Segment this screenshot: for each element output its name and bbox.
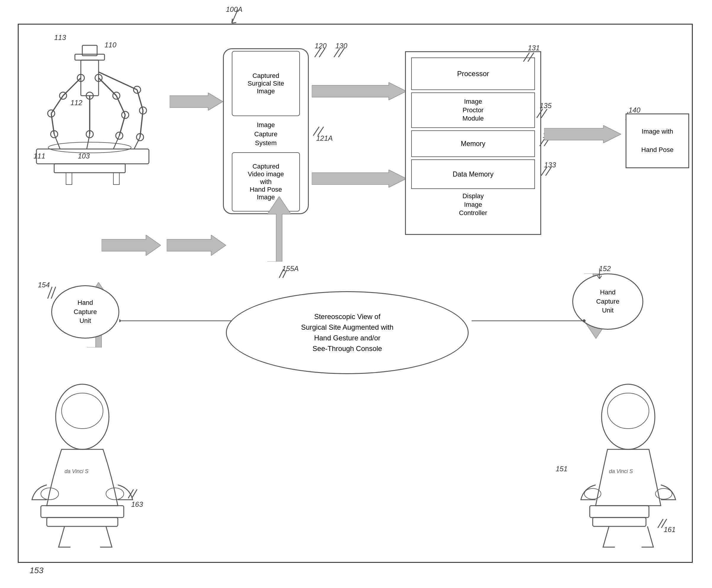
svg-point-80 bbox=[602, 384, 655, 449]
ref-110: 110 bbox=[105, 41, 116, 49]
svg-text:da Vinci S: da Vinci S bbox=[65, 468, 88, 474]
arrow-processor-to-output bbox=[544, 125, 621, 143]
ref-113: 113 bbox=[54, 34, 66, 42]
ref-131: 131 bbox=[528, 44, 540, 52]
arrow-right-bottom1 bbox=[102, 235, 161, 256]
svg-point-92 bbox=[583, 319, 586, 322]
ref-112: 112 bbox=[70, 99, 82, 107]
svg-rect-73 bbox=[41, 506, 124, 518]
hash-161-icon bbox=[655, 518, 670, 529]
svg-marker-38 bbox=[170, 93, 223, 110]
svg-rect-7 bbox=[81, 60, 99, 96]
svg-rect-36 bbox=[66, 173, 72, 185]
display-controller-label: Display Image Controller bbox=[406, 192, 540, 217]
svg-rect-37 bbox=[113, 173, 119, 185]
svg-text:da Vinci S: da Vinci S bbox=[609, 468, 633, 474]
stereoscopic-ellipse: Stereoscopic View of Surgical Site Augme… bbox=[226, 291, 469, 374]
arrow-right-bottom2 bbox=[167, 235, 226, 256]
image-capture-box: Captured Surgical Site Image Image Captu… bbox=[223, 48, 309, 214]
svg-rect-82 bbox=[590, 506, 649, 518]
svg-line-1 bbox=[232, 22, 236, 23]
arrow-capture-to-processor-mid bbox=[312, 170, 407, 188]
image-proctor-box: Image Proctor Module bbox=[411, 92, 535, 128]
captured-surgical-title: Captured Surgical Site Image bbox=[247, 72, 284, 95]
svg-point-4 bbox=[48, 142, 131, 153]
arrow-capture-to-processor-top bbox=[312, 82, 407, 100]
hash-131-icon bbox=[520, 51, 537, 63]
svg-marker-59 bbox=[267, 196, 291, 261]
svg-line-2 bbox=[232, 19, 232, 23]
robot-illustration bbox=[25, 37, 170, 190]
svg-point-72 bbox=[62, 393, 103, 428]
ref-151: 151 bbox=[556, 465, 567, 473]
surgeon-left-illustration: da Vinci S bbox=[23, 381, 156, 553]
hash-133-icon bbox=[538, 165, 555, 177]
hand-capture-unit-left: Hand Capture Unit bbox=[51, 285, 119, 339]
svg-rect-35 bbox=[54, 164, 125, 173]
svg-line-32 bbox=[140, 110, 143, 137]
line-right-to-stereo bbox=[472, 306, 590, 336]
svg-point-71 bbox=[56, 384, 109, 449]
ref-153: 153 bbox=[29, 566, 44, 575]
svg-marker-43 bbox=[312, 82, 407, 100]
svg-rect-3 bbox=[37, 149, 149, 164]
diagram-container: 100A bbox=[18, 24, 693, 563]
memory-box: Memory bbox=[411, 130, 535, 157]
hash-163-icon bbox=[125, 488, 140, 500]
svg-rect-83 bbox=[593, 518, 646, 526]
svg-marker-63 bbox=[167, 235, 226, 256]
hash-130-icon bbox=[331, 47, 349, 59]
ref-111: 111 bbox=[34, 152, 45, 160]
ref-103: 103 bbox=[78, 152, 90, 160]
ref-152-arrow-icon bbox=[595, 268, 605, 280]
svg-rect-74 bbox=[47, 518, 118, 526]
line-left-to-stereo bbox=[119, 306, 238, 336]
svg-line-0 bbox=[232, 10, 238, 23]
hand-pose-image-title: Captured Video image with Hand Pose Imag… bbox=[248, 163, 284, 201]
processor-label: Processor bbox=[457, 70, 489, 78]
processor-outer-box: Processor Image Proctor Module Memory Da… bbox=[405, 51, 541, 235]
ref-163: 163 bbox=[131, 500, 143, 509]
processor-inner-box: Processor bbox=[411, 58, 535, 90]
image-hand-pose-box: Image with Hand Pose bbox=[626, 113, 689, 168]
hash-135-icon bbox=[534, 107, 550, 119]
image-capture-label3: System bbox=[255, 139, 277, 147]
svg-line-28 bbox=[99, 72, 137, 90]
arrow-up-to-hand-pose bbox=[267, 196, 291, 261]
svg-marker-62 bbox=[102, 235, 161, 256]
svg-point-81 bbox=[607, 393, 649, 428]
svg-marker-46 bbox=[312, 170, 407, 188]
svg-point-90 bbox=[119, 319, 121, 322]
image-capture-label2: Capture bbox=[254, 130, 277, 138]
hash-154-icon bbox=[45, 285, 57, 300]
arrow-robot-to-capture bbox=[170, 93, 223, 110]
svg-rect-5 bbox=[75, 54, 105, 60]
svg-marker-55 bbox=[544, 125, 621, 143]
hash-121a-icon bbox=[310, 125, 328, 137]
hash-120-icon bbox=[312, 47, 329, 59]
data-memory-box: Data Memory bbox=[411, 160, 535, 189]
hash-155a-icon bbox=[276, 268, 286, 279]
arrow-100a-icon bbox=[220, 8, 244, 25]
image-capture-label1: Image bbox=[257, 121, 275, 129]
